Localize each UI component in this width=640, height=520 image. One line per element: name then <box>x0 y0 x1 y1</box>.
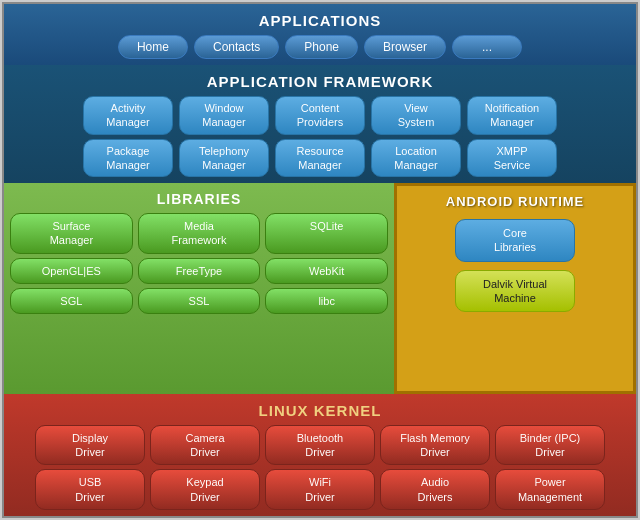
fw-content-providers[interactable]: ContentProviders <box>275 96 365 135</box>
runtime-dalvik-vm[interactable]: Dalvik VirtualMachine <box>455 270 575 313</box>
applications-title: Applications <box>12 8 628 31</box>
fw-package-manager[interactable]: PackageManager <box>83 139 173 178</box>
fw-window-manager[interactable]: WindowManager <box>179 96 269 135</box>
lib-row-3: SGL SSL libc <box>10 288 388 314</box>
kernel-grid: DisplayDriver CameraDriver BluetoothDriv… <box>12 425 628 510</box>
libraries-title: Libraries <box>10 187 388 209</box>
fw-view-system[interactable]: ViewSystem <box>371 96 461 135</box>
kernel-wifi-driver[interactable]: WiFiDriver <box>265 469 375 510</box>
runtime-title: Android Runtime <box>403 190 627 211</box>
lib-sgl[interactable]: SGL <box>10 288 133 314</box>
runtime-items: CoreLibraries Dalvik VirtualMachine <box>403 219 627 312</box>
kernel-usb-driver[interactable]: USBDriver <box>35 469 145 510</box>
app-more-button[interactable]: ... <box>452 35 522 59</box>
kernel-flash-memory-driver[interactable]: Flash MemoryDriver <box>380 425 490 466</box>
app-phone-button[interactable]: Phone <box>285 35 358 59</box>
fw-resource-manager[interactable]: ResourceManager <box>275 139 365 178</box>
framework-section: Application Framework ActivityManager Wi… <box>4 65 636 183</box>
middle-section: Libraries SurfaceManager MediaFramework … <box>4 183 636 394</box>
libraries-section: Libraries SurfaceManager MediaFramework … <box>4 183 394 394</box>
lib-surface-manager[interactable]: SurfaceManager <box>10 213 133 254</box>
kernel-display-driver[interactable]: DisplayDriver <box>35 425 145 466</box>
kernel-power-management[interactable]: PowerManagement <box>495 469 605 510</box>
kernel-row-1: DisplayDriver CameraDriver BluetoothDriv… <box>12 425 628 466</box>
framework-row-2: PackageManager TelephonyManager Resource… <box>12 139 628 178</box>
lib-sqlite[interactable]: SQLite <box>265 213 388 254</box>
main-container: Applications Home Contacts Phone Browser… <box>2 2 638 518</box>
kernel-title: Linux Kernel <box>12 398 628 421</box>
lib-grid: SurfaceManager MediaFramework SQLite Ope… <box>10 213 388 314</box>
runtime-core-libraries[interactable]: CoreLibraries <box>455 219 575 262</box>
fw-activity-manager[interactable]: ActivityManager <box>83 96 173 135</box>
app-buttons-row: Home Contacts Phone Browser ... <box>12 35 628 59</box>
kernel-keypad-driver[interactable]: KeypadDriver <box>150 469 260 510</box>
applications-section: Applications Home Contacts Phone Browser… <box>4 4 636 65</box>
lib-webkit[interactable]: WebKit <box>265 258 388 284</box>
app-home-button[interactable]: Home <box>118 35 188 59</box>
framework-row-1: ActivityManager WindowManager ContentPro… <box>12 96 628 135</box>
fw-xmpp-service[interactable]: XMPPService <box>467 139 557 178</box>
lib-media-framework[interactable]: MediaFramework <box>138 213 261 254</box>
app-contacts-button[interactable]: Contacts <box>194 35 279 59</box>
kernel-row-2: USBDriver KeypadDriver WiFiDriver AudioD… <box>12 469 628 510</box>
kernel-camera-driver[interactable]: CameraDriver <box>150 425 260 466</box>
lib-ssl[interactable]: SSL <box>138 288 261 314</box>
framework-grid: ActivityManager WindowManager ContentPro… <box>12 96 628 177</box>
framework-title: Application Framework <box>12 69 628 92</box>
fw-location-manager[interactable]: LocationManager <box>371 139 461 178</box>
kernel-audio-drivers[interactable]: AudioDrivers <box>380 469 490 510</box>
fw-notification-manager[interactable]: NotificationManager <box>467 96 557 135</box>
fw-telephony-manager[interactable]: TelephonyManager <box>179 139 269 178</box>
lib-freetype[interactable]: FreeType <box>138 258 261 284</box>
lib-row-1: SurfaceManager MediaFramework SQLite <box>10 213 388 254</box>
kernel-bluetooth-driver[interactable]: BluetoothDriver <box>265 425 375 466</box>
app-browser-button[interactable]: Browser <box>364 35 446 59</box>
runtime-section: Android Runtime CoreLibraries Dalvik Vir… <box>394 183 636 394</box>
kernel-binder-driver[interactable]: Binder (IPC)Driver <box>495 425 605 466</box>
lib-row-2: OpenGL|ES FreeType WebKit <box>10 258 388 284</box>
kernel-section: Linux Kernel DisplayDriver CameraDriver … <box>4 394 636 516</box>
lib-libc[interactable]: libc <box>265 288 388 314</box>
lib-opengl[interactable]: OpenGL|ES <box>10 258 133 284</box>
